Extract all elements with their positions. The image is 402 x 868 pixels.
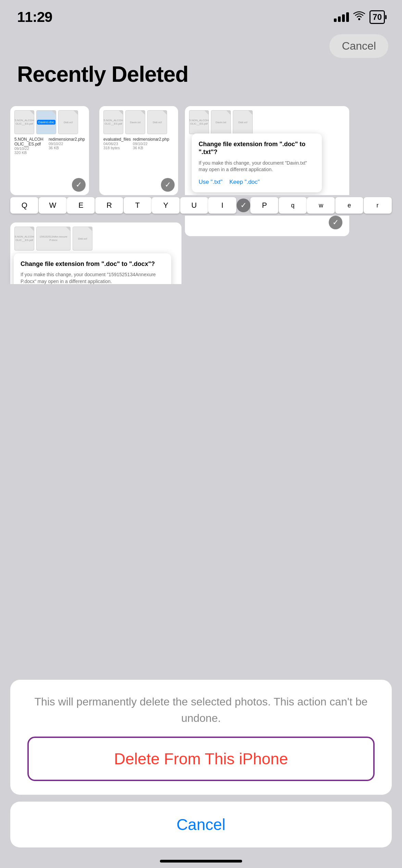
- signal-icon: [334, 12, 349, 22]
- key-r2[interactable]: r: [364, 197, 392, 214]
- cancel-sheet: Cancel: [10, 802, 392, 847]
- battery-icon: 70: [369, 10, 385, 24]
- key-e2[interactable]: e: [335, 197, 363, 214]
- home-indicator: [160, 860, 242, 863]
- status-time: 11:29: [17, 9, 52, 25]
- page-title: Recently Deleted: [17, 62, 188, 87]
- use-txt-link[interactable]: Use ".txt": [199, 179, 223, 186]
- files-row-2: 5.NON_ALCOH OLIC__ES.pdf 1591525134An-ne…: [10, 222, 181, 284]
- key-y[interactable]: Y: [152, 197, 180, 214]
- top-cancel-button[interactable]: Cancel: [329, 34, 388, 58]
- action-sheet-card: This will permanently delete the selecte…: [10, 680, 392, 795]
- key-q[interactable]: Q: [10, 197, 38, 214]
- action-sheet: This will permanently delete the selecte…: [0, 680, 402, 868]
- key-q2[interactable]: q: [279, 197, 307, 214]
- tooltip-popup-1: Change file extension from ".doc" to ".t…: [192, 133, 322, 192]
- tooltip-title-1: Change file extension from ".doc" to ".t…: [199, 140, 315, 156]
- key-t[interactable]: T: [124, 197, 152, 214]
- key-w2[interactable]: w: [307, 197, 335, 214]
- status-bar: 11:29 70: [0, 0, 402, 27]
- delete-button[interactable]: Delete From This iPhone: [27, 737, 375, 781]
- file-card-4[interactable]: 5.NON_ALCOH OLIC__ES.pdf 1591525134An-ne…: [10, 222, 181, 284]
- check-badge-1: ✓: [72, 178, 86, 192]
- tooltip-body-1: If you make this change, your document "…: [199, 160, 315, 173]
- file-card-3[interactable]: 5.NON_ALCOH OLIC__ES.pdf Davin.txt Didi.…: [185, 106, 349, 236]
- key-r[interactable]: R: [95, 197, 123, 214]
- keyboard-row: Q W E R T Y U I ✓ P q w e r: [0, 195, 402, 216]
- files-row-1: 5.NON_ALCOH OLIC__ES.pdf Davinci.doc Did…: [0, 99, 360, 243]
- file-card-1[interactable]: 5.NON_ALCOH OLIC__ES.pdf Davinci.doc Did…: [10, 106, 89, 195]
- key-p[interactable]: P: [250, 197, 278, 214]
- tooltip-popup-2: Change file extension from ".doc" to ".d…: [14, 253, 171, 284]
- wifi-icon: [353, 11, 365, 23]
- check-badge-3: ✓: [329, 216, 342, 229]
- files-area: 5.NON_ALCOH OLIC__ES.pdf Davinci.doc Did…: [0, 92, 402, 284]
- key-i[interactable]: I: [208, 197, 236, 214]
- key-w[interactable]: W: [39, 197, 67, 214]
- action-sheet-message: This will permanently delete the selecte…: [27, 693, 375, 726]
- keep-doc-link-1[interactable]: Keep ".doc": [229, 179, 260, 186]
- tooltip-title-2: Change file extension from ".doc" to ".d…: [21, 260, 164, 268]
- svg-point-0: [358, 18, 360, 20]
- file-card-2[interactable]: 5.NON_ALCOH OLIC__ES.pdf Davin.txt Didi.…: [99, 106, 178, 195]
- tooltip-body-2: If you make this change, your document "…: [21, 271, 164, 284]
- cancel-button-bottom[interactable]: Cancel: [27, 815, 375, 834]
- status-icons: 70: [334, 10, 385, 24]
- check-badge-mid: ✓: [237, 199, 250, 212]
- check-badge-2: ✓: [161, 178, 175, 192]
- key-u[interactable]: U: [180, 197, 208, 214]
- key-e[interactable]: E: [67, 197, 95, 214]
